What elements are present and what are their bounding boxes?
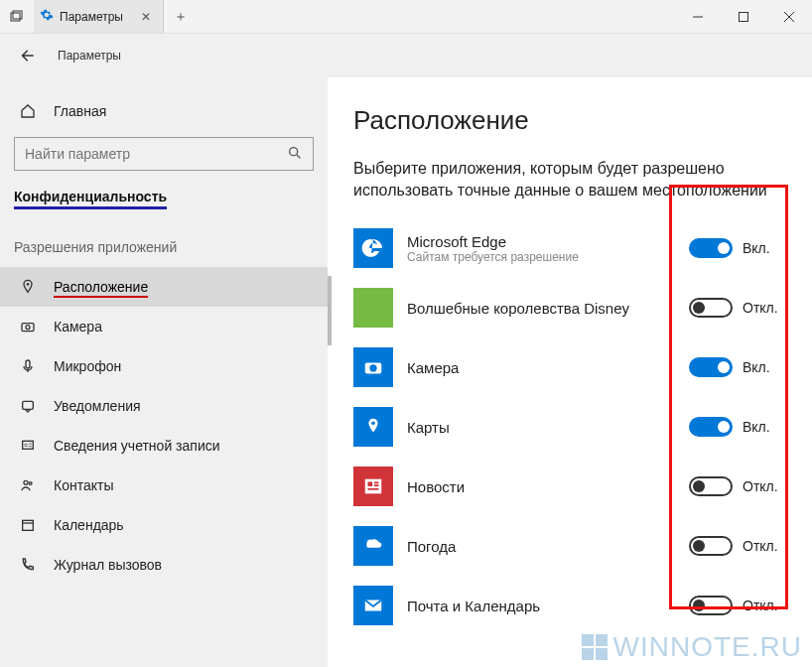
sidebar-item-label: Микрофон: [54, 358, 121, 374]
account-icon: [18, 438, 38, 454]
sidebar-item-label: Сведения учетной записи: [54, 438, 220, 454]
app-icon-edge: [353, 228, 393, 268]
sidebar-item-calendar[interactable]: Календарь: [14, 505, 314, 545]
app-name: Погода: [407, 538, 689, 555]
sidebar-item-notifications[interactable]: Уведомления: [14, 386, 314, 426]
toggle-mail[interactable]: [689, 596, 733, 615]
scrollbar-thumb[interactable]: [328, 276, 332, 345]
sidebar-item-label: Календарь: [54, 517, 124, 533]
sidebar-item-label: Расположение: [54, 279, 148, 295]
task-view-icon[interactable]: [0, 0, 34, 33]
location-icon: [18, 279, 38, 295]
tab-close-icon[interactable]: ✕: [137, 10, 155, 24]
sidebar-item-label: Журнал вызовов: [54, 557, 162, 573]
group-label: Разрешения приложений: [14, 239, 314, 255]
new-tab-button[interactable]: ＋: [164, 0, 198, 33]
app-row: КартыВкл.: [353, 397, 786, 457]
sidebar-item-call-history[interactable]: Журнал вызовов: [14, 545, 314, 585]
toggle-status: Вкл.: [743, 240, 786, 256]
app-icon-mail: [353, 586, 393, 625]
svg-point-18: [29, 482, 32, 485]
search-input[interactable]: [14, 137, 314, 171]
category-label: Конфиденциальность: [14, 189, 167, 209]
gear-icon: [40, 8, 54, 25]
app-name: Почта и Календарь: [407, 598, 689, 614]
sidebar-item-contacts[interactable]: Контакты: [14, 466, 314, 505]
app-row: КамераВкл.: [353, 337, 786, 397]
svg-rect-9: [22, 324, 34, 332]
toggle-news[interactable]: [689, 476, 733, 496]
toggle-maps[interactable]: [689, 417, 733, 437]
svg-rect-11: [26, 360, 30, 368]
search-icon: [287, 145, 303, 164]
app-title: Параметры: [58, 49, 121, 63]
call-history-icon: [18, 557, 38, 573]
sidebar-item-label: Камера: [54, 319, 102, 334]
browser-tab-settings[interactable]: Параметры ✕: [34, 0, 164, 33]
nav-home[interactable]: Главная: [14, 91, 314, 131]
toggle-status: Откл.: [743, 538, 786, 554]
app-icon-camera: [353, 347, 393, 387]
toggle-weather[interactable]: [689, 536, 733, 556]
sidebar-item-label: Уведомления: [54, 398, 141, 414]
titlebar: Параметры ✕ ＋: [0, 0, 812, 34]
svg-rect-25: [368, 482, 373, 487]
main-panel: Расположение Выберите приложения, которы…: [328, 77, 812, 667]
svg-point-8: [27, 283, 30, 286]
maximize-button[interactable]: [721, 0, 766, 33]
sidebar-item-location[interactable]: Расположение: [0, 267, 328, 307]
category-header: Конфиденциальность: [14, 189, 314, 209]
app-text: Погода: [407, 538, 689, 555]
svg-rect-12: [23, 401, 34, 409]
close-button[interactable]: [766, 0, 812, 33]
svg-rect-3: [740, 12, 748, 21]
svg-rect-24: [365, 479, 382, 494]
app-subtext: Сайтам требуется разрешение: [407, 250, 689, 264]
header: Параметры: [0, 34, 812, 77]
app-text: Камера: [407, 359, 689, 376]
svg-rect-1: [13, 11, 22, 19]
app-name: Microsoft Edge: [407, 233, 689, 250]
app-name: Камера: [407, 359, 689, 376]
sidebar-item-camera[interactable]: Камера: [14, 307, 314, 346]
minimize-button[interactable]: [675, 0, 721, 33]
microphone-icon: [18, 358, 38, 374]
section-description: Выберите приложения, которым будет разре…: [353, 158, 786, 200]
app-row: Почта и КалендарьОткл.: [353, 576, 786, 635]
toggle-edge[interactable]: [689, 238, 733, 258]
toggle-camera[interactable]: [689, 357, 733, 377]
sidebar-item-microphone[interactable]: Микрофон: [14, 346, 314, 386]
toggle-status: Откл.: [743, 300, 786, 316]
contacts-icon: [18, 477, 38, 493]
svg-point-10: [26, 326, 30, 330]
toggle-disney[interactable]: [689, 298, 733, 318]
toggle-status: Вкл.: [743, 419, 786, 435]
app-row: Microsoft EdgeСайтам требуется разрешени…: [353, 218, 786, 278]
app-name: Волшебные королевства Disney: [407, 300, 689, 317]
app-row: НовостиОткл.: [353, 457, 786, 516]
nav-home-label: Главная: [54, 103, 106, 119]
back-button[interactable]: [12, 41, 42, 70]
calendar-icon: [18, 517, 38, 533]
svg-point-23: [371, 422, 375, 426]
app-row: ПогодаОткл.: [353, 516, 786, 576]
app-row: Волшебные королевства DisneyОткл.: [353, 278, 786, 337]
watermark: WINNOTE.RU: [582, 631, 802, 663]
page-title: Расположение: [353, 105, 786, 136]
sidebar: Главная Конфиденциальность Разрешения пр…: [0, 77, 328, 667]
sidebar-item-account-info[interactable]: Сведения учетной записи: [14, 426, 314, 466]
app-text: Карты: [407, 419, 689, 436]
app-text: Microsoft EdgeСайтам требуется разрешени…: [407, 233, 689, 264]
search-field[interactable]: [25, 146, 287, 162]
app-text: Волшебные королевства Disney: [407, 300, 689, 317]
svg-rect-13: [23, 441, 34, 449]
svg-point-14: [25, 444, 28, 447]
app-text: Почта и Календарь: [407, 598, 689, 614]
app-permission-list: Microsoft EdgeСайтам требуется разрешени…: [353, 218, 786, 635]
app-icon-maps: [353, 407, 393, 447]
home-icon: [18, 103, 38, 119]
watermark-text: WINNOTE.RU: [613, 631, 802, 663]
svg-line-7: [297, 155, 300, 158]
camera-icon: [18, 319, 38, 334]
toggle-status: Откл.: [743, 478, 786, 494]
